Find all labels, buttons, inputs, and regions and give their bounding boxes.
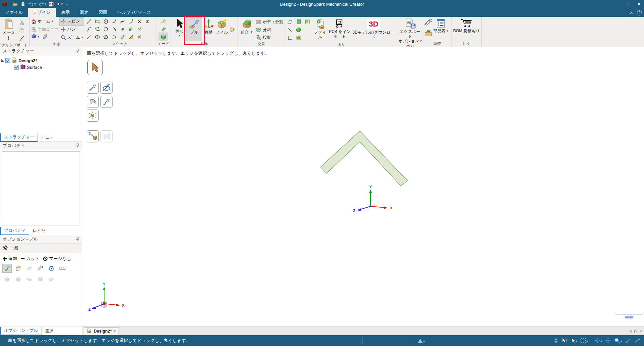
- tab-help[interactable]: ヘルプ /リソース: [112, 8, 156, 17]
- qat-select-button[interactable]: ▾: [56, 1, 63, 7]
- spin-icon[interactable]: ▴: [594, 338, 602, 344]
- bom-table-button[interactable]: 部品表 ▾: [433, 17, 449, 34]
- measure-icon[interactable]: [424, 19, 433, 27]
- paste-button[interactable]: ペースト: [1, 17, 17, 40]
- undo-dropdown-icon[interactable]: ▾: [34, 3, 36, 6]
- format-painter-icon[interactable]: [17, 35, 26, 43]
- undo-button[interactable]: ▾: [28, 1, 36, 7]
- close-button[interactable]: ✕: [634, 0, 644, 8]
- select-mode-dropdown-icon[interactable]: ▾: [178, 34, 180, 37]
- tree-row-design[interactable]: Design2*: [1, 57, 81, 64]
- zoom-button[interactable]: ズーム ▾: [60, 34, 84, 41]
- save-button[interactable]: [20, 1, 26, 7]
- bom-table-dropdown-icon[interactable]: ▾: [446, 30, 448, 33]
- section-mode-icon[interactable]: [159, 25, 168, 33]
- sketch-rectangle-icon[interactable]: [93, 17, 101, 25]
- download-3d-button[interactable]: 3D 3Dモデルのダウンロード: [351, 17, 396, 40]
- pivot-tool-button[interactable]: [87, 96, 99, 108]
- maximize-button[interactable]: □: [624, 0, 634, 8]
- next-result-button[interactable]: [100, 130, 113, 142]
- pull-preset-4-icon[interactable]: [36, 275, 45, 283]
- ds-badge-icon[interactable]: DS: [48, 1, 54, 7]
- sweep-tool-button[interactable]: [100, 96, 113, 108]
- pull-button[interactable]: プル: [186, 17, 202, 41]
- import-pcb-button[interactable]: PCB をインポート: [329, 17, 351, 39]
- body-split-button[interactable]: ボディ分割: [255, 18, 284, 26]
- sketch-line-icon[interactable]: [85, 17, 93, 25]
- pull-preset-3-icon[interactable]: [25, 275, 34, 283]
- document-close-icon[interactable]: ×: [114, 329, 116, 334]
- insert-cylinder-icon[interactable]: [296, 19, 301, 26]
- expander-icon[interactable]: [1, 59, 4, 62]
- bom-quote-button[interactable]: BOM 見積もり: [453, 17, 481, 34]
- view-cube-icon[interactable]: [31, 34, 36, 40]
- sketch-offset-line-icon[interactable]: [127, 25, 135, 33]
- surface-checkbox[interactable]: [14, 65, 19, 70]
- sketch-ellipse-icon[interactable]: [93, 33, 101, 41]
- selection-box-icon[interactable]: ▴: [580, 338, 588, 343]
- insert-mirror-icon[interactable]: [304, 19, 310, 26]
- cut-option[interactable]: カット: [20, 256, 40, 262]
- insert-shell-icon[interactable]: [296, 35, 302, 42]
- tree-surface-label[interactable]: Surface: [27, 65, 42, 70]
- zoom-dropdown-icon[interactable]: ▾: [81, 36, 83, 39]
- pull-preset-5-icon[interactable]: [47, 275, 56, 283]
- dimension-tool-icon[interactable]: [58, 264, 67, 272]
- sketch-construction-line-icon[interactable]: [85, 33, 93, 41]
- sketch-three-point-circle-icon[interactable]: [101, 25, 110, 33]
- sketch-delete-icon[interactable]: [135, 33, 143, 41]
- measure-tool-icon[interactable]: [36, 264, 45, 272]
- plan-view-button[interactable]: 平面ビュー: [30, 25, 60, 33]
- tab-drawing[interactable]: 図面: [93, 8, 112, 17]
- app-icon[interactable]: [2, 1, 8, 7]
- collapse-ribbon-icon[interactable]: [630, 10, 634, 15]
- select-button[interactable]: 選択 ▾: [172, 17, 186, 37]
- sketch-project-icon[interactable]: [127, 33, 135, 41]
- select-cursor-icon[interactable]: ▴: [571, 338, 577, 344]
- minimize-button[interactable]: ─: [614, 0, 624, 8]
- split-button[interactable]: 分割: [255, 26, 284, 33]
- fill-button[interactable]: フィル: [215, 17, 228, 35]
- pull-straight-tool-button[interactable]: [87, 82, 99, 94]
- sketch-spline-icon[interactable]: [118, 17, 127, 25]
- select-tool-button[interactable]: [87, 60, 103, 75]
- home-dropdown-icon[interactable]: ▾: [52, 20, 53, 23]
- sketch-sweep-arc-icon[interactable]: [110, 33, 118, 41]
- move-button[interactable]: 移動: [202, 17, 215, 35]
- pin-icon[interactable]: [76, 143, 79, 148]
- tab-display[interactable]: 表示: [56, 8, 75, 17]
- next-view-icon[interactable]: [634, 338, 641, 343]
- tab-selection[interactable]: 選択: [42, 327, 57, 335]
- toolbox-icon[interactable]: [424, 29, 433, 38]
- solid-mode-icon[interactable]: [159, 33, 168, 41]
- redo-button[interactable]: ▾: [38, 1, 47, 7]
- pan-button[interactable]: パン: [60, 26, 84, 33]
- home-view-button[interactable]: ホーム ▾: [30, 17, 60, 25]
- redo-dropdown-icon[interactable]: ▾: [45, 3, 46, 6]
- copy-icon[interactable]: [17, 27, 26, 35]
- sketch-point-icon[interactable]: [118, 25, 127, 33]
- sketch-split-icon[interactable]: [135, 25, 143, 33]
- ruler-gauge-tool-icon[interactable]: [47, 264, 56, 272]
- sketch-spline-curve-icon[interactable]: [85, 25, 93, 33]
- sketch-equation-icon[interactable]: Σ: [143, 17, 152, 25]
- sketch-tangent-arc-icon[interactable]: [110, 17, 118, 25]
- up-to-tool-button[interactable]: [87, 130, 99, 142]
- insert-file-button[interactable]: ファイル: [312, 18, 329, 40]
- world-origin-triad[interactable]: Y X Z: [88, 282, 129, 318]
- project-button[interactable]: 投影: [255, 34, 284, 41]
- select-undo-icon[interactable]: [561, 338, 568, 344]
- updown-icon[interactable]: [554, 338, 558, 344]
- view-cube-dropdown-icon[interactable]: ▾: [38, 35, 39, 38]
- scale-tool-button[interactable]: [87, 110, 99, 122]
- pin-icon[interactable]: [76, 237, 79, 242]
- sketch-trim-icon[interactable]: [135, 17, 143, 25]
- chevron-surface[interactable]: [317, 127, 415, 191]
- tab-file[interactable]: ファイル: [0, 8, 28, 17]
- modeling-canvas[interactable]: 面を選択してドラッグし、オフセットします。エッジを選択してドラッグし、丸くします…: [82, 47, 644, 327]
- sketch-arc-icon[interactable]: [110, 25, 118, 33]
- sketch-three-point-rect-icon[interactable]: [93, 25, 101, 33]
- select-dropdown-icon[interactable]: ▾: [61, 3, 63, 6]
- previous-view-icon[interactable]: [625, 338, 631, 343]
- combine-button[interactable]: 組合せ: [239, 17, 255, 35]
